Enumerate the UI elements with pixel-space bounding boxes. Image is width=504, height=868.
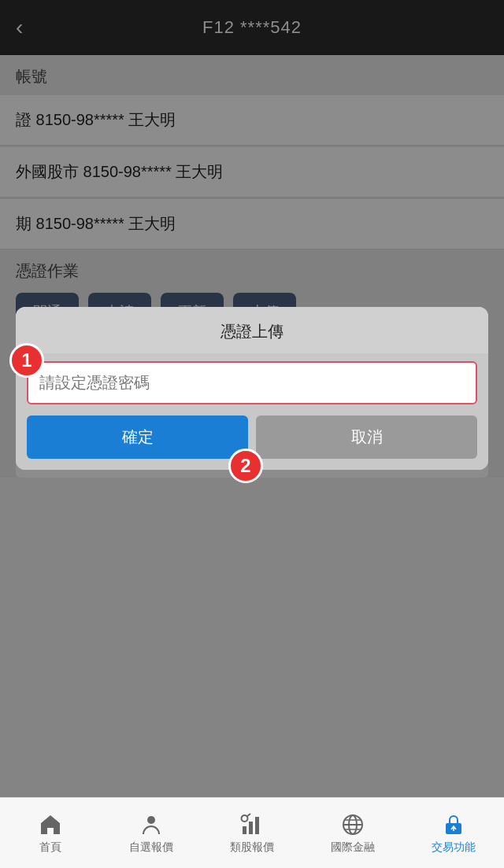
svg-rect-3 <box>255 817 259 834</box>
nav-label-home: 首頁 <box>39 840 61 855</box>
step-badge-1: 1 <box>9 343 44 378</box>
svg-point-0 <box>147 816 155 824</box>
cancel-button[interactable]: 取消 <box>256 416 477 459</box>
password-input-wrapper <box>27 361 477 404</box>
trade-icon <box>441 812 466 837</box>
password-input[interactable] <box>33 366 471 400</box>
nav-label-watchlist: 自選報價 <box>129 840 173 855</box>
nav-item-trade[interactable]: 交易功能 <box>403 812 504 855</box>
bottom-navigation: 首頁 自選報價 類股報價 國際金融 <box>0 797 504 868</box>
nav-item-international[interactable]: 國際金融 <box>302 812 403 855</box>
confirm-button[interactable]: 確定 <box>27 416 248 459</box>
nav-item-watchlist[interactable]: 自選報價 <box>101 812 202 855</box>
nav-label-international: 國際金融 <box>331 840 375 855</box>
upload-cert-dialog: 憑證上傳 確定 取消 <box>16 307 488 470</box>
nav-item-sector[interactable]: 類股報價 <box>202 812 302 855</box>
chart-icon <box>239 812 265 837</box>
svg-rect-2 <box>249 822 253 834</box>
nav-item-home[interactable]: 首頁 <box>0 812 101 855</box>
svg-rect-1 <box>243 826 246 834</box>
nav-label-trade: 交易功能 <box>432 840 476 855</box>
step-badge-2: 2 <box>228 449 263 483</box>
globe-icon <box>340 812 365 837</box>
person-icon <box>139 812 164 837</box>
dialog-title: 憑證上傳 <box>16 307 488 353</box>
home-icon <box>38 812 63 837</box>
nav-label-sector: 類股報價 <box>230 840 274 855</box>
